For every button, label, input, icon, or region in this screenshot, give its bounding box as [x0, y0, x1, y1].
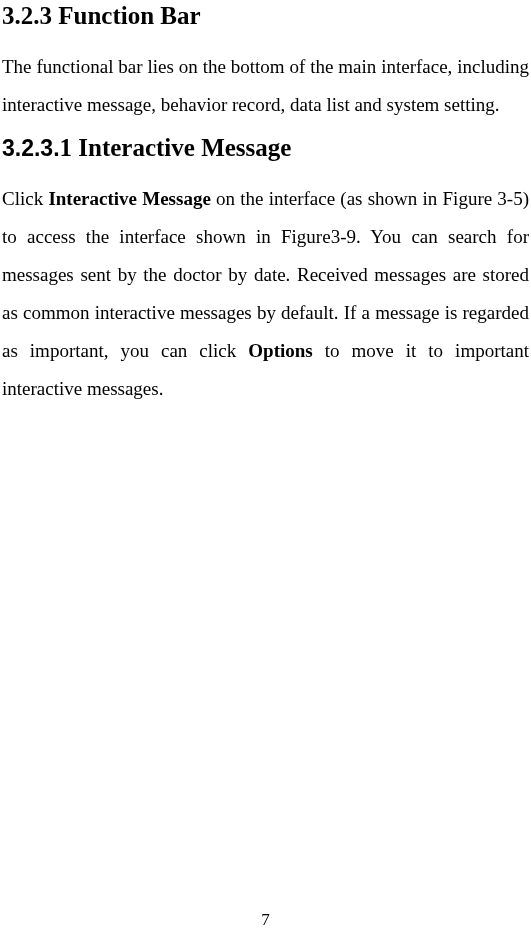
heading-prefix: 3.2.3. [2, 135, 60, 161]
page-number: 7 [0, 910, 531, 930]
paragraph-interactive-message: Click Interactive Message on the interfa… [2, 180, 529, 408]
heading-rest: 1 Interactive Message [60, 134, 292, 161]
text-segment: on the interface (as shown in Figure 3-5… [2, 188, 529, 361]
section-heading-interactive-message: 3.2.3.1 Interactive Message [2, 134, 529, 162]
bold-options: Options [248, 340, 312, 361]
paragraph-function-bar: The functional bar lies on the bottom of… [2, 48, 529, 124]
section-heading-function-bar: 3.2.3 Function Bar [2, 2, 529, 30]
text-segment: Click [2, 188, 48, 209]
bold-interactive-message: Interactive Message [48, 188, 210, 209]
